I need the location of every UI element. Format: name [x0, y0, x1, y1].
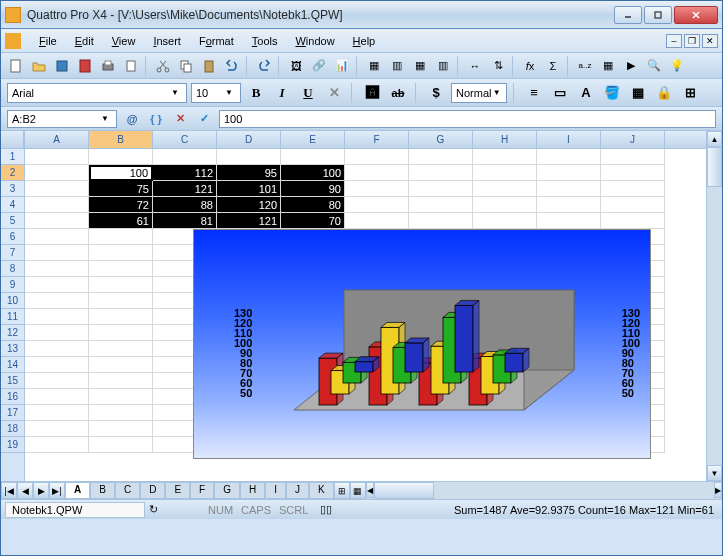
cell-C4[interactable]: 88 [153, 197, 217, 213]
cell-G4[interactable] [409, 197, 473, 213]
cell-D2[interactable]: 95 [217, 165, 281, 181]
menu-window[interactable]: Window [287, 33, 342, 49]
col-header-I[interactable]: I [537, 131, 601, 148]
row-header-18[interactable]: 18 [1, 421, 24, 437]
formula-input[interactable]: 100 [219, 110, 716, 128]
cell-A8[interactable] [25, 261, 89, 277]
currency-icon[interactable]: $ [425, 82, 447, 104]
strikeout-icon[interactable]: ab [387, 82, 409, 104]
cell-G2[interactable] [409, 165, 473, 181]
row-header-16[interactable]: 16 [1, 389, 24, 405]
row-header-2[interactable]: 2 [1, 165, 24, 181]
cell-B16[interactable] [89, 389, 153, 405]
sheet-tab-C[interactable]: C [115, 482, 140, 499]
sheet-tab-G[interactable]: G [214, 482, 240, 499]
row-header-7[interactable]: 7 [1, 245, 24, 261]
bold-button[interactable]: B [245, 82, 267, 104]
fit-icon[interactable]: ↔ [464, 55, 486, 77]
chevron-down-icon[interactable]: ▼ [491, 88, 502, 97]
cell-C2[interactable]: 112 [153, 165, 217, 181]
cell-C3[interactable]: 121 [153, 181, 217, 197]
cell-B8[interactable] [89, 261, 153, 277]
cell-A13[interactable] [25, 341, 89, 357]
col-header-C[interactable]: C [153, 131, 217, 148]
cell-J2[interactable] [601, 165, 665, 181]
cell-B19[interactable] [89, 437, 153, 453]
undo-icon[interactable] [221, 55, 243, 77]
row-header-6[interactable]: 6 [1, 229, 24, 245]
copy-icon[interactable] [175, 55, 197, 77]
chart-icon[interactable]: 📊 [331, 55, 353, 77]
last-sheet-button[interactable]: ▶| [49, 482, 65, 499]
sheet-tab-E[interactable]: E [165, 482, 190, 499]
refresh-icon[interactable]: ↻ [149, 503, 158, 516]
select-all-corner[interactable] [1, 131, 24, 149]
cell-I1[interactable] [537, 149, 601, 165]
sum-icon[interactable]: Σ [542, 55, 564, 77]
print-icon[interactable] [97, 55, 119, 77]
chevron-down-icon[interactable]: ▼ [98, 114, 112, 123]
menu-format[interactable]: Format [191, 33, 242, 49]
cell-I2[interactable] [537, 165, 601, 181]
cell-A18[interactable] [25, 421, 89, 437]
paste-icon[interactable] [198, 55, 220, 77]
cell-H3[interactable] [473, 181, 537, 197]
cell-E1[interactable] [281, 149, 345, 165]
cell-I5[interactable] [537, 213, 601, 229]
cell-A4[interactable] [25, 197, 89, 213]
insert-row-icon[interactable]: ▦ [363, 55, 385, 77]
sheet-tab-A[interactable]: A [65, 482, 90, 499]
col-header-F[interactable]: F [345, 131, 409, 148]
row-header-14[interactable]: 14 [1, 357, 24, 373]
menu-help[interactable]: Help [345, 33, 384, 49]
cell-H4[interactable] [473, 197, 537, 213]
row-header-4[interactable]: 4 [1, 197, 24, 213]
row-header-10[interactable]: 10 [1, 293, 24, 309]
split-icon[interactable]: ▯▯ [320, 503, 332, 516]
row-header-19[interactable]: 19 [1, 437, 24, 453]
cell-B6[interactable] [89, 229, 153, 245]
cell-D1[interactable] [217, 149, 281, 165]
sheet-tab-H[interactable]: H [240, 482, 265, 499]
sort-icon[interactable]: ⇅ [487, 55, 509, 77]
menu-tools[interactable]: Tools [244, 33, 286, 49]
sort-az-icon[interactable]: a..z [574, 55, 596, 77]
col-header-A[interactable]: A [25, 131, 89, 148]
cell-H1[interactable] [473, 149, 537, 165]
scroll-right-button[interactable]: ▶ [714, 482, 722, 498]
cell-A7[interactable] [25, 245, 89, 261]
cell-F3[interactable] [345, 181, 409, 197]
cell-F5[interactable] [345, 213, 409, 229]
insert-col-icon[interactable]: ▥ [386, 55, 408, 77]
cell-E2[interactable]: 100 [281, 165, 345, 181]
delete-row-icon[interactable]: ▦ [409, 55, 431, 77]
cell-G5[interactable] [409, 213, 473, 229]
chevron-down-icon[interactable]: ▼ [222, 88, 236, 97]
cell-A14[interactable] [25, 357, 89, 373]
accept-edit-button[interactable]: ✓ [195, 112, 213, 125]
cell-B1[interactable] [89, 149, 153, 165]
cell-I3[interactable] [537, 181, 601, 197]
cancel-edit-button[interactable]: ✕ [171, 112, 189, 125]
cell-B18[interactable] [89, 421, 153, 437]
cell-B14[interactable] [89, 357, 153, 373]
cell-A2[interactable] [25, 165, 89, 181]
cell-G1[interactable] [409, 149, 473, 165]
expert-icon[interactable]: 💡 [666, 55, 688, 77]
cell-A12[interactable] [25, 325, 89, 341]
row-header-12[interactable]: 12 [1, 325, 24, 341]
cell-F1[interactable] [345, 149, 409, 165]
braces-button[interactable]: { } [147, 113, 165, 125]
row-header-15[interactable]: 15 [1, 373, 24, 389]
link-icon[interactable]: 🔗 [308, 55, 330, 77]
col-header-H[interactable]: H [473, 131, 537, 148]
doc-close-button[interactable]: ✕ [702, 34, 718, 48]
quickcell-button[interactable]: ⊞ [334, 482, 350, 499]
scroll-up-button[interactable]: ▲ [707, 131, 722, 147]
scroll-thumb[interactable] [707, 147, 722, 187]
col-header-D[interactable]: D [217, 131, 281, 148]
lock-icon[interactable]: 🔒 [653, 82, 675, 104]
cell-C1[interactable] [153, 149, 217, 165]
scroll-left-button[interactable]: ◀ [366, 482, 374, 498]
sheet-tab-F[interactable]: F [190, 482, 214, 499]
